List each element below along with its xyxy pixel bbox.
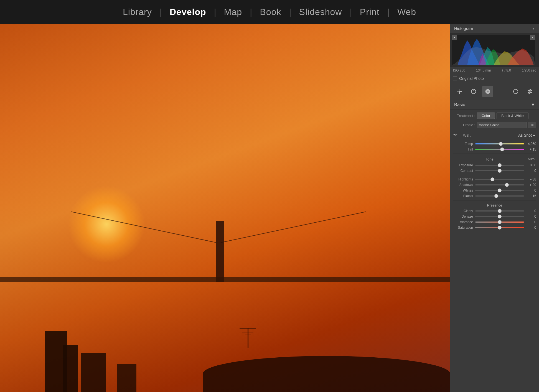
shadows-thumb[interactable]: [505, 183, 509, 187]
camera-iso: ISO 200: [453, 68, 465, 72]
divider-tone: [453, 154, 536, 154]
presence-title: Presence: [453, 203, 536, 207]
svg-point-13: [528, 92, 530, 93]
camera-aperture: ƒ / 8.0: [502, 68, 511, 72]
svg-point-4: [471, 89, 476, 94]
treatment-label: Treatment :: [453, 114, 475, 118]
highlights-value: − 38: [526, 177, 536, 181]
treatment-bw-btn[interactable]: Black & White: [497, 113, 528, 119]
whites-label: Whites: [453, 189, 473, 192]
blacks-track[interactable]: [475, 195, 524, 197]
eyedropper-icon[interactable]: ✒: [453, 131, 461, 139]
tint-thumb[interactable]: [500, 147, 504, 151]
saturation-value: 0: [526, 226, 536, 230]
profile-select[interactable]: Adobe Color: [477, 122, 527, 128]
nav-web[interactable]: Web: [390, 7, 424, 17]
nav-map[interactable]: Map: [216, 7, 250, 17]
histogram-section: Histogram ▼ ▲ ▲: [450, 24, 539, 83]
histogram-clip-shadow-btn[interactable]: ▲: [452, 35, 457, 40]
adjustment-tool-btn[interactable]: [510, 86, 521, 97]
blacks-thumb[interactable]: [494, 194, 498, 198]
wb-label: WB :: [463, 133, 471, 138]
wb-select[interactable]: As Shot: [473, 133, 536, 138]
svg-rect-0: [457, 89, 459, 91]
antenna: [248, 329, 248, 348]
histogram-clip-highlight-btn[interactable]: ▲: [530, 35, 535, 40]
vibrance-thumb[interactable]: [498, 220, 502, 224]
basic-chevron[interactable]: ▼: [531, 102, 535, 107]
histogram-chart: [452, 35, 535, 65]
city-silhouette: [0, 252, 450, 392]
saturation-label: Saturation: [453, 226, 473, 230]
temp-label: Temp: [453, 142, 473, 146]
whites-thumb[interactable]: [498, 189, 502, 192]
blacks-value: − 15: [526, 194, 536, 198]
heal-tool-btn[interactable]: [468, 86, 479, 97]
exposure-value: 0.00: [526, 163, 536, 167]
nav-sep-4: |: [289, 7, 291, 17]
nav-sep-1: |: [160, 7, 162, 17]
saturation-thumb[interactable]: [498, 226, 502, 230]
contrast-thumb[interactable]: [498, 169, 502, 173]
whites-slider-row: Whites 0: [453, 189, 536, 192]
dehaze-track[interactable]: [475, 216, 524, 217]
clarity-label: Clarity: [453, 209, 473, 213]
histogram-header: Histogram ▼: [450, 24, 539, 33]
dehaze-thumb[interactable]: [498, 215, 502, 218]
histogram-title: Histogram: [454, 26, 473, 31]
sun-glow: [68, 185, 145, 263]
highlights-track[interactable]: [475, 179, 524, 180]
camera-info-row: ISO 200 134.5 mm ƒ / 8.0 1/950 sec: [450, 67, 539, 74]
saturation-track[interactable]: [475, 227, 524, 228]
profile-label: Profile :: [453, 123, 475, 127]
nav-sep-5: |: [350, 7, 352, 17]
whites-track[interactable]: [475, 190, 524, 191]
svg-rect-1: [460, 92, 462, 94]
profile-row: Profile : Adobe Color ⊞: [453, 122, 536, 128]
exposure-label: Exposure: [453, 163, 473, 167]
shadows-track[interactable]: [475, 184, 524, 185]
vibrance-value: 0: [526, 220, 536, 224]
exposure-track[interactable]: [475, 165, 524, 166]
vibrance-track[interactable]: [475, 222, 524, 223]
temp-thumb[interactable]: [499, 142, 503, 146]
radial-tool-btn[interactable]: [482, 86, 493, 97]
svg-rect-8: [499, 89, 504, 94]
profile-grid-btn[interactable]: ⊞: [528, 122, 536, 128]
original-photo-checkbox[interactable]: [453, 77, 457, 80]
vibrance-label: Vibrance: [453, 220, 473, 224]
tint-label: Tint: [453, 147, 473, 151]
nav-library[interactable]: Library: [115, 7, 160, 17]
temp-track[interactable]: [475, 143, 524, 144]
hsl-tool-btn[interactable]: [524, 86, 535, 97]
tools-row: [450, 83, 539, 100]
svg-point-9: [513, 89, 518, 94]
nav-develop[interactable]: Develop: [162, 7, 214, 17]
gradient-tool-btn[interactable]: [496, 86, 507, 97]
tree-line: [203, 356, 450, 392]
shadows-label: Shadows: [453, 183, 473, 187]
vibrance-slider-row: Vibrance 0: [453, 220, 536, 224]
nav-print[interactable]: Print: [352, 7, 387, 17]
auto-btn[interactable]: Auto: [526, 157, 536, 162]
presence-subsection-header: Presence: [453, 203, 536, 207]
nav-sep-3: |: [250, 7, 252, 17]
tint-track[interactable]: [475, 149, 524, 150]
crop-tool-btn[interactable]: [454, 86, 465, 97]
divider-presence: [453, 200, 536, 200]
contrast-track[interactable]: [475, 170, 524, 171]
nav-slideshow[interactable]: Slideshow: [291, 7, 350, 17]
histogram-chevron[interactable]: ▼: [532, 27, 535, 30]
blacks-label: Blacks: [453, 194, 473, 198]
treatment-color-btn[interactable]: Color: [477, 113, 495, 119]
photo-canvas: [0, 24, 450, 392]
divider-highlights: [453, 175, 536, 175]
highlights-label: Highlights: [453, 177, 473, 181]
clarity-thumb[interactable]: [498, 209, 502, 213]
camera-shutter: 1/950 sec: [522, 68, 536, 72]
exposure-thumb[interactable]: [498, 163, 502, 167]
nav-book[interactable]: Book: [252, 7, 289, 17]
clarity-track[interactable]: [475, 210, 524, 212]
highlights-thumb[interactable]: [490, 177, 494, 181]
tint-slider-row: Tint + 15: [453, 147, 536, 151]
